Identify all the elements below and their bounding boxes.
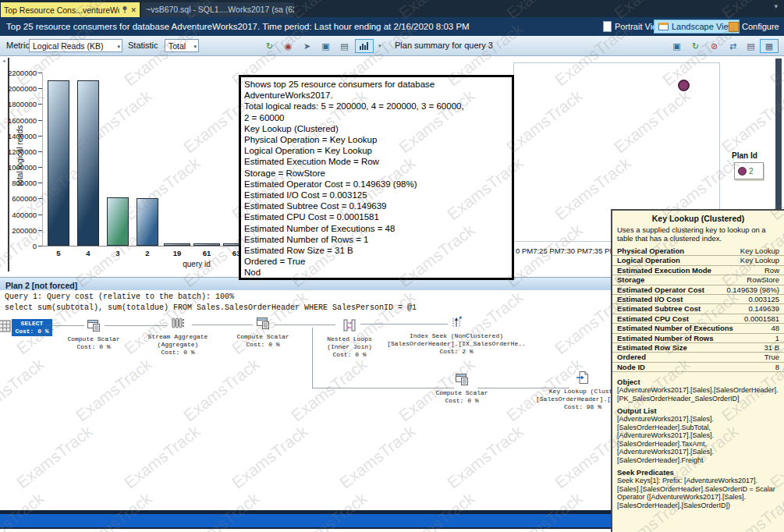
properties-description: Uses a supplied clustering key to lookup… — [612, 223, 784, 246]
annotation-overlay-box: Shows top 25 resource consumers for data… — [239, 75, 514, 280]
property-label: Estimated Row Size — [617, 343, 687, 352]
property-value: 0.0001581 — [744, 314, 779, 323]
chart-view-icon[interactable] — [355, 39, 374, 53]
overlay-line: Estimated Number of Executions = 48 — [244, 223, 512, 234]
property-value: Row — [764, 266, 779, 275]
metric-dropdown[interactable]: Logical Reads (KB) ▾ — [29, 39, 122, 52]
property-label: Node ID — [617, 363, 645, 371]
overlay-line: Total logical reads: 5 = 200000, 4 = 200… — [244, 101, 512, 112]
property-row: Estimated Execution ModeRow — [612, 266, 784, 275]
plan-summary-title: Plan summary for query 3 — [395, 36, 493, 55]
property-row: Estimated Number of Executions48 — [612, 324, 784, 333]
property-value: 0.149639 (98%) — [726, 286, 779, 294]
property-label: Estimated CPU Cost — [617, 314, 689, 323]
configure-icon — [729, 22, 739, 32]
property-section-text: [AdventureWorks2017].[Sales].[SalesOrder… — [617, 386, 779, 403]
plan-grid-icon[interactable]: ▤ — [743, 39, 758, 53]
properties-title: Key Lookup (Clustered) — [612, 211, 784, 223]
overlay-line: Estimated CPU Cost = 0.0001581 — [244, 211, 512, 222]
properties-rows: Physical OperationKey LookupLogical Oper… — [612, 246, 784, 372]
property-value: Key Lookup — [740, 246, 779, 255]
property-section-title: Output List — [617, 406, 779, 415]
property-row: Estimated Operator Cost0.149639 (98%) — [612, 286, 784, 295]
overlay-line: Estimated Operator Cost = 0.149639 (98%) — [244, 179, 512, 190]
overlay-line: Estimated I/O Cost = 0.003125 — [244, 190, 512, 200]
track-query-icon[interactable]: ◉ — [281, 39, 296, 53]
tab-label: Top Resource Cons...ventureWorks2017] — [4, 5, 119, 15]
overlay-line: Key Lookup (Clustered) — [244, 123, 512, 134]
overlay-line: Storage = RowStore — [244, 168, 512, 179]
landscape-view-icon — [658, 23, 669, 30]
compute-scalar-icon — [455, 372, 469, 386]
overlay-line: Estimated Number of Rows = 1 — [244, 234, 512, 245]
chart-toolbar: Metric Logical Reads (KB) ▾ Statistic To… — [0, 36, 784, 56]
property-row: StorageRowStore — [612, 275, 784, 285]
property-row: Estimated Number of Rows1 — [612, 334, 784, 343]
refresh-icon[interactable]: ↻ — [262, 39, 277, 53]
overlay-line: Estimated Subtree Cost = 0.149639 — [244, 200, 512, 211]
statistic-dropdown[interactable]: Total ▾ — [165, 39, 199, 52]
property-row: Estimated Row Size31 B — [612, 343, 784, 353]
stream-aggregate-icon — [171, 316, 185, 330]
plan-chart-icon[interactable]: ▦ — [760, 39, 779, 53]
compare-plans-icon[interactable]: ↻ — [688, 39, 703, 53]
property-value: 31 B — [764, 343, 779, 352]
index-seek-icon — [449, 315, 463, 329]
property-label: Estimated Subtree Cost — [617, 304, 701, 313]
pin-icon[interactable] — [122, 5, 128, 15]
window-layout-icon[interactable]: ▣ — [318, 39, 333, 53]
chevron-down-icon: ▾ — [117, 41, 120, 53]
overlay-line: Ordered = True — [244, 256, 512, 267]
property-value: RowStore — [747, 275, 779, 284]
property-value: Key Lookup — [740, 256, 779, 264]
property-label: Estimated I/O Cost — [617, 295, 683, 303]
tab-overflow-icon[interactable]: ▾ — [774, 2, 778, 10]
configure-button[interactable]: Configure — [725, 20, 783, 34]
compute-scalar-icon — [87, 318, 101, 332]
unforce-plan-icon[interactable]: ⇄ — [725, 39, 740, 53]
property-row: Estimated CPU Cost0.0001581 — [612, 314, 784, 324]
property-label: Estimated Number of Executions — [617, 324, 733, 332]
statistic-label: Statistic — [128, 36, 158, 55]
chevron-down-icon[interactable]: ▾ — [378, 43, 381, 49]
plan-node-line: [SalesOrderHeader].[IX_SalesOrderHe.. — [382, 340, 530, 348]
property-label: Ordered — [617, 353, 646, 361]
property-label: Estimated Execution Mode — [617, 266, 711, 275]
shortcut-icon[interactable]: ▣ — [669, 39, 684, 53]
close-icon[interactable]: ✕ — [130, 6, 137, 14]
property-row: Estimated Subtree Cost0.149639 — [612, 304, 784, 314]
query-store-window: Top Resource Cons...ventureWorks2017] ✕ … — [0, 0, 784, 532]
property-label: Logical Operation — [617, 256, 680, 264]
property-label: Physical Operation — [617, 246, 684, 255]
plan-node-line: Index Seek (NonClustered) — [382, 332, 530, 340]
property-row: Estimated I/O Cost0.003125 — [612, 295, 784, 304]
grid-view-icon[interactable]: ▤ — [337, 39, 352, 53]
property-label: Estimated Operator Cost — [617, 286, 704, 294]
property-label: Storage — [617, 275, 644, 284]
plan-node-line: Cost: 2 % — [382, 348, 530, 356]
plan-node-is[interactable]: Index Seek (NonClustered)[SalesOrderHead… — [382, 315, 530, 356]
portrait-view-icon — [603, 21, 612, 32]
statistic-value: Total — [169, 41, 186, 51]
key-lookup-icon — [576, 371, 590, 385]
document-tab-strip: Top Resource Cons...ventureWorks2017] ✕ … — [0, 0, 784, 17]
overlay-line: Estimated Row Size = 31 B — [244, 245, 512, 256]
property-row: Physical OperationKey Lookup — [612, 246, 784, 256]
tab-sql-query[interactable]: ~vsB670.sql - SQL1....Works2017 (sa (62)… — [141, 2, 294, 17]
overlay-line: Shows top 25 resource consumers for data… — [244, 79, 512, 90]
force-plan-icon[interactable]: ⊘ — [707, 39, 722, 53]
property-value: 48 — [771, 324, 779, 332]
compute-scalar-icon — [256, 316, 270, 330]
status-bar — [0, 514, 611, 527]
property-section-text: [AdventureWorks2017].[Sales].[SalesOrder… — [617, 415, 779, 464]
report-header: Top 25 resource consumers for database A… — [0, 17, 784, 36]
property-row: Logical OperationKey Lookup — [612, 256, 784, 265]
plan-node-label: Index Seek (NonClustered)[SalesOrderHead… — [382, 332, 530, 356]
property-value: 1 — [775, 334, 779, 342]
tab-top-resource-consumers[interactable]: Top Resource Cons...ventureWorks2017] ✕ — [1, 2, 140, 17]
property-section-text: Seek Keys[1]: Prefix: [AdventureWorks201… — [617, 477, 779, 509]
property-value: True — [764, 353, 779, 361]
pointer-icon[interactable]: ➤ — [300, 39, 314, 53]
property-value: 0.149639 — [748, 304, 779, 313]
overlay-line: Logical Operation = Key Lookup — [244, 145, 512, 156]
